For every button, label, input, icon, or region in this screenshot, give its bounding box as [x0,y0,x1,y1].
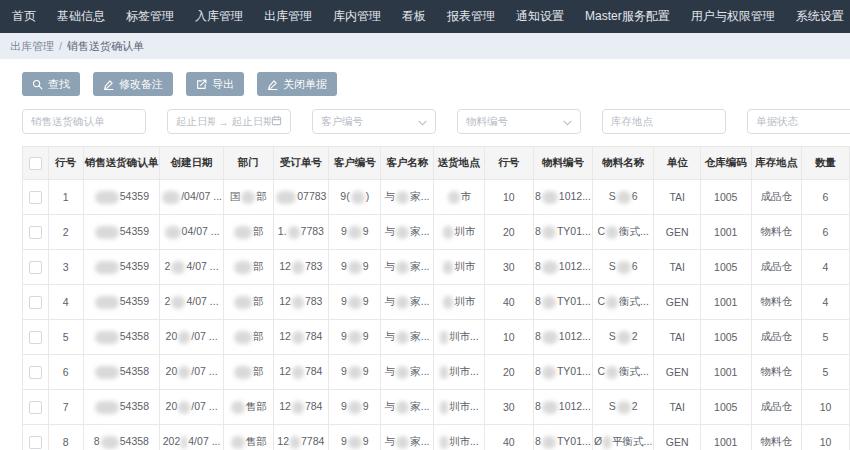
redacted-blur [396,401,409,414]
cell-r1-c1: 54359 [83,180,160,215]
toolbar-button-close-doc[interactable]: 关闭单据 [257,72,337,96]
table-row[interactable]: 88543582024/07 ...售部12778499与家...圳市...40… [23,425,850,450]
redacted-blur [348,436,362,449]
row-checkbox[interactable] [29,296,42,309]
redacted-blur [542,296,556,309]
redacted-blur [241,191,255,204]
nav-item-9[interactable]: Master服务配置 [585,8,670,25]
redacted-blur [234,331,252,344]
cell-r5-c1: 54358 [83,320,160,355]
date-end-placeholder: 起止日期... [232,115,271,129]
redacted-blur [443,226,453,239]
redacted-blur [542,331,558,344]
redacted-blur [440,401,448,414]
cell-r6-c1: 54358 [83,355,160,390]
cell-r6-c0: 6 [48,355,83,390]
row-checkbox[interactable] [29,331,42,344]
cell-r3-c7: 圳市 [434,250,485,285]
table-row[interactable]: 65435820/07 ...部1278499与家...圳市...208TY01… [23,355,850,390]
cell-r4-c4: 12783 [273,285,329,320]
column-header-9: 物料编号 [533,147,592,180]
cell-r2-c14: 6 [802,215,850,250]
breadcrumb-parent[interactable]: 出库管理 [10,39,54,54]
nav-item-7[interactable]: 报表管理 [447,8,495,25]
cell-r3-c11: TAI [654,250,701,285]
filter-select-2[interactable]: 客户编号 [312,109,436,134]
cell-r2-c2: 04/07 ... [160,215,224,250]
redacted-blur [276,191,296,204]
nav-item-6[interactable]: 看板 [402,8,426,25]
table-row[interactable]: 45435924/07 ...部1278399与家...圳市408TY01...… [23,285,850,320]
redacted-blur [606,296,618,309]
redacted-blur [101,436,119,449]
table-row[interactable]: 25435904/07 ...部1.778399与家...圳市208TY01..… [23,215,850,250]
cell-r3-c1: 54359 [83,250,160,285]
nav-item-1[interactable]: 基础信息 [57,8,105,25]
filter-bar: 销售送货确认单起止日期...→起止日期...客户编号物料编号库存地点单据状态 [22,109,850,134]
cell-r8-c14: 10 [802,425,850,450]
nav-item-8[interactable]: 通知设置 [516,8,564,25]
row-select-cell [23,425,49,450]
nav-item-10[interactable]: 用户与权限管理 [691,8,775,25]
filter-text-5[interactable]: 单据状态 [747,109,850,134]
cell-r4-c8: 40 [484,285,533,320]
cell-r8-c10: Ø平衡式... [592,425,653,450]
toolbar-button-export[interactable]: 导出 [186,72,244,96]
cell-r4-c14: 4 [802,285,850,320]
nav-item-5[interactable]: 库内管理 [333,8,381,25]
table-row[interactable]: 154359/04/07 ...国部077839()与家...市1081012.… [23,180,850,215]
nav-item-3[interactable]: 入库管理 [195,8,243,25]
redacted-blur [95,191,119,204]
header-select-all-cell [23,147,49,180]
cell-r7-c13: 成品仓 [751,390,802,425]
redacted-blur [292,261,304,274]
filter-select-3[interactable]: 物料编号 [457,109,581,134]
redacted-blur [348,401,362,414]
filter-text-4[interactable]: 库存地点 [602,109,726,134]
table-row[interactable]: 35435924/07 ...部1278399与家...圳市3081012...… [23,250,850,285]
column-header-1: 销售送货确认单 [83,147,160,180]
row-checkbox[interactable] [29,191,42,204]
orders-table-wrap: 行号销售送货确认单创建日期部门受订单号客户编号客户名称送货地点行号物料编号物料名… [22,146,850,450]
edit-icon [267,79,278,90]
cell-r5-c6: 与家... [381,320,434,355]
button-label: 导出 [212,77,234,92]
cell-r8-c8: 40 [484,425,533,450]
redacted-blur [178,401,190,414]
cell-r2-c6: 与家... [381,215,434,250]
cell-r2-c8: 20 [484,215,533,250]
button-label: 修改备注 [119,77,163,92]
row-checkbox[interactable] [29,366,42,379]
filter-daterange-1[interactable]: 起止日期...→起止日期... [167,109,291,134]
redacted-blur [617,191,631,204]
cell-r1-c5: 9() [329,180,381,215]
cell-r5-c10: S2 [592,320,653,355]
row-checkbox[interactable] [29,436,42,449]
cell-r5-c11: TAI [654,320,701,355]
select-all-checkbox[interactable] [29,157,42,170]
column-header-12: 仓库编码 [700,147,751,180]
redacted-blur [440,436,448,449]
column-header-10: 物料名称 [592,147,653,180]
row-checkbox[interactable] [29,401,42,414]
cell-r7-c5: 99 [329,390,381,425]
cell-r4-c11: GEN [654,285,701,320]
table-header-row: 行号销售送货确认单创建日期部门受订单号客户编号客户名称送货地点行号物料编号物料名… [23,147,850,180]
nav-item-11[interactable]: 系统设置 [796,8,844,25]
toolbar-button-search[interactable]: 查找 [22,72,80,96]
row-select-cell [23,320,49,355]
toolbar-button-edit-remark[interactable]: 修改备注 [93,72,173,96]
redacted-blur [348,296,362,309]
nav-item-4[interactable]: 出库管理 [264,8,312,25]
row-checkbox[interactable] [29,261,42,274]
cell-r6-c13: 物料仓 [751,355,802,390]
cell-r8-c6: 与家... [381,425,434,450]
nav-item-2[interactable]: 标签管理 [126,8,174,25]
cell-r6-c5: 99 [329,355,381,390]
table-row[interactable]: 55435820/07 ...部1278499与家...圳市...1081012… [23,320,850,355]
row-checkbox[interactable] [29,226,42,239]
filter-text-0[interactable]: 销售送货确认单 [22,109,146,134]
nav-item-0[interactable]: 首页 [12,8,36,25]
table-row[interactable]: 75435820/07 ...售部1278499与家...圳市...308101… [23,390,850,425]
cell-r3-c4: 12783 [273,250,329,285]
